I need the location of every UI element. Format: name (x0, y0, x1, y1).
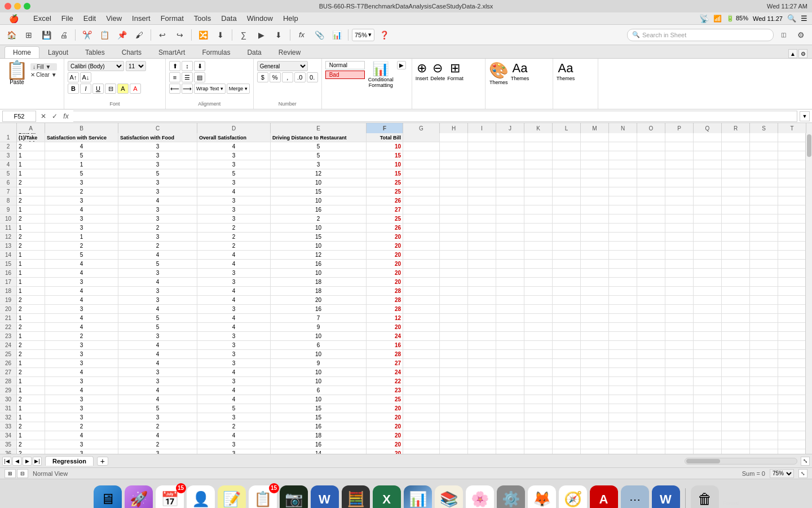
grid-cell-empty[interactable] (694, 196, 722, 205)
grid-cell-empty[interactable] (722, 395, 750, 404)
grid-cell-empty[interactable] (778, 377, 805, 386)
grid-cell-empty[interactable] (722, 413, 750, 422)
grid-cell-empty[interactable] (637, 178, 665, 187)
grid-cell-empty[interactable] (637, 214, 665, 224)
grid-cell-empty[interactable] (637, 287, 665, 296)
grid-cell-empty[interactable] (496, 323, 524, 332)
align-middle-btn[interactable]: ↕ (182, 61, 193, 71)
grid-cell-empty[interactable] (609, 332, 637, 341)
add-sheet-btn[interactable]: + (97, 457, 108, 466)
sort-toolbar-btn[interactable]: 🔀 (195, 27, 211, 43)
grid-cell[interactable]: 2 (45, 242, 118, 251)
grid-cell-empty[interactable] (665, 404, 694, 413)
grid-cell[interactable]: 20 (367, 440, 403, 449)
chart-toolbar-btn[interactable]: 📊 (329, 27, 345, 43)
grid-cell-empty[interactable] (609, 404, 637, 413)
grid-cell-empty[interactable] (440, 169, 468, 178)
grid-cell[interactable]: 6 (271, 386, 367, 395)
grid-cell-empty[interactable] (694, 287, 722, 296)
grid-cell-empty[interactable] (468, 296, 496, 305)
grid-cell-empty[interactable] (778, 305, 805, 314)
grid-cell-empty[interactable] (722, 178, 750, 187)
grid-cell-empty[interactable] (665, 350, 694, 359)
grid-cell[interactable]: 3 (197, 350, 271, 359)
grid-cell-empty[interactable] (750, 449, 778, 454)
grid-cell-empty[interactable] (750, 404, 778, 413)
grid-cell[interactable]: 2 (118, 440, 197, 449)
grid-cell-empty[interactable] (750, 169, 778, 178)
grid-cell-empty[interactable] (440, 224, 468, 233)
grid-cell-empty[interactable] (468, 178, 496, 187)
grid-cell-empty[interactable] (722, 422, 750, 431)
grid-cell-empty[interactable] (694, 413, 722, 422)
grid-cell-empty[interactable] (694, 178, 722, 187)
grid-cell-empty[interactable] (496, 431, 524, 440)
grid-cell-empty[interactable] (496, 350, 524, 359)
grid-cell-empty[interactable] (440, 196, 468, 205)
grid-cell-empty[interactable] (468, 142, 496, 151)
grid-cell[interactable]: 28 (367, 305, 403, 314)
dock-excel[interactable]: X (373, 485, 401, 509)
grid-cell[interactable] (403, 305, 440, 314)
grid-cell[interactable]: Driving Distance to Restaurant (271, 133, 367, 142)
grid-cell-empty[interactable] (468, 269, 496, 278)
grid-cell-empty[interactable] (778, 133, 805, 142)
grid-cell-empty[interactable] (581, 160, 609, 169)
grid-cell-empty[interactable] (778, 323, 805, 332)
grid-cell-empty[interactable] (440, 278, 468, 287)
grid-cell-empty[interactable] (637, 269, 665, 278)
grid-cell[interactable]: 15 (367, 169, 403, 178)
grid-cell-empty[interactable] (524, 368, 553, 377)
cf-expand-btn[interactable]: ▶ (397, 61, 406, 69)
grid-cell-empty[interactable] (722, 187, 750, 196)
grid-cell-empty[interactable] (722, 305, 750, 314)
grid-cell-empty[interactable] (722, 431, 750, 440)
grid-cell-empty[interactable] (468, 314, 496, 323)
grid-cell-empty[interactable] (665, 224, 694, 233)
grid-cell[interactable]: 3 (197, 341, 271, 350)
grid-cell-empty[interactable] (665, 260, 694, 269)
grid-cell[interactable]: 5 (271, 142, 367, 151)
grid-cell[interactable]: 2 (197, 422, 271, 431)
grid-cell-empty[interactable] (637, 413, 665, 422)
grid-cell[interactable]: 3 (118, 368, 197, 377)
grid-cell-empty[interactable] (722, 386, 750, 395)
formula-expand-btn[interactable]: ▼ (800, 111, 810, 121)
grid-cell-empty[interactable] (440, 314, 468, 323)
grid-cell-empty[interactable] (496, 341, 524, 350)
grid-cell-empty[interactable] (609, 377, 637, 386)
grid-cell[interactable]: 1 (45, 160, 118, 169)
grid-cell-empty[interactable] (750, 314, 778, 323)
grid-cell[interactable]: 7 (271, 314, 367, 323)
grid-cell[interactable]: Total Bill (367, 133, 403, 142)
dock-finder[interactable]: 🖥 (94, 485, 122, 509)
grid-cell[interactable]: 3 (118, 178, 197, 187)
grid-cell[interactable]: 15 (271, 187, 367, 196)
grid-cell-empty[interactable] (553, 350, 581, 359)
grid-cell-empty[interactable] (553, 296, 581, 305)
grid-cell-empty[interactable] (581, 305, 609, 314)
grid-cell-empty[interactable] (778, 440, 805, 449)
grid-cell-empty[interactable] (581, 142, 609, 151)
grid-cell[interactable]: 3 (45, 413, 118, 422)
grid-cell[interactable]: 3 (118, 142, 197, 151)
fill-button[interactable]: ↓ Fill ▼ (30, 63, 57, 71)
close-button[interactable] (5, 3, 11, 10)
grid-cell-empty[interactable] (750, 332, 778, 341)
grid-cell-empty[interactable] (609, 449, 637, 454)
grid-cell[interactable]: 5 (45, 251, 118, 260)
grid-cell-empty[interactable] (581, 323, 609, 332)
grid-cell-empty[interactable] (468, 214, 496, 224)
grid-cell[interactable] (403, 422, 440, 431)
grid-cell-empty[interactable] (496, 269, 524, 278)
grid-cell-empty[interactable] (694, 160, 722, 169)
grid-cell-empty[interactable] (637, 323, 665, 332)
grid-cell[interactable]: 18 (271, 278, 367, 287)
grid-cell-empty[interactable] (750, 359, 778, 368)
grid-cell[interactable] (403, 332, 440, 341)
tab-charts[interactable]: Charts (113, 46, 150, 58)
grid-cell-empty[interactable] (694, 341, 722, 350)
insert-function-btn[interactable]: fx (61, 111, 71, 121)
grid-cell[interactable]: 2 (17, 196, 45, 205)
grid-cell-empty[interactable] (496, 160, 524, 169)
